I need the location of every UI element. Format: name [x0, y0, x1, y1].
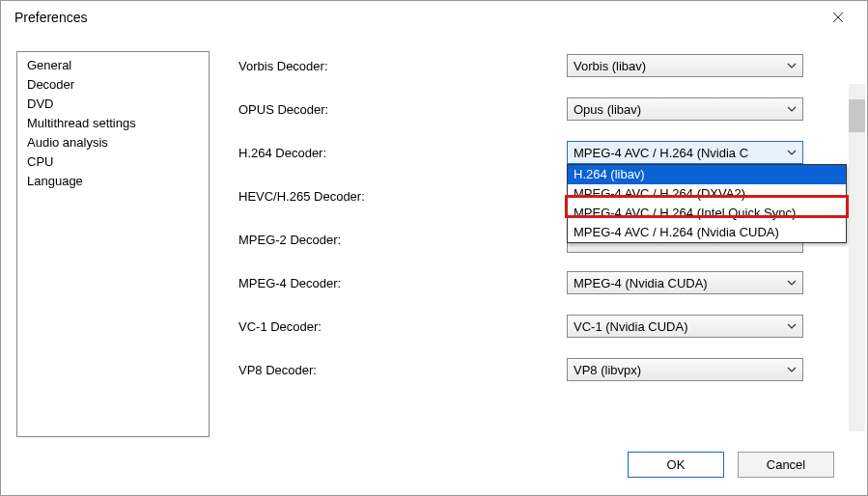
sidebar-item-dvd[interactable]: DVD [19, 95, 207, 114]
select-vorbis[interactable]: Vorbis (libav) [567, 54, 803, 77]
label-opus: OPUS Decoder: [238, 102, 567, 117]
close-button[interactable] [819, 4, 857, 31]
row-h264: H.264 Decoder: MPEG-4 AVC / H.264 (Nvidi… [238, 138, 852, 167]
settings-panel: Vorbis Decoder: Vorbis (libav) OPUS Deco… [210, 51, 852, 480]
chevron-down-icon [781, 63, 797, 69]
dialog-buttons: OK Cancel [628, 452, 834, 478]
sidebar-item-language[interactable]: Language [19, 172, 207, 191]
label-vc1: VC-1 Decoder: [238, 319, 567, 334]
preferences-window: Preferences General Decoder DVD Multithr… [0, 0, 868, 496]
h264-option-qsv[interactable]: MPEG-4 AVC / H.264 (Intel Quick Sync) [568, 204, 846, 223]
row-vp8: VP8 Decoder: VP8 (libvpx) [238, 355, 852, 384]
h264-option-libav[interactable]: H.264 (libav) [568, 165, 846, 184]
row-vc1: VC-1 Decoder: VC-1 (Nvidia CUDA) [238, 312, 852, 341]
ok-button-label: OK [667, 457, 686, 472]
h264-option-dxva2[interactable]: MPEG-4 AVC / H.264 (DXVA2) [568, 184, 846, 204]
select-vp8[interactable]: VP8 (libvpx) [567, 358, 803, 381]
label-hevc: HEVC/H.265 Decoder: [238, 189, 567, 204]
h264-option-cuda[interactable]: MPEG-4 AVC / H.264 (Nvidia CUDA) [568, 223, 846, 242]
label-mpeg4: MPEG-4 Decoder: [238, 276, 567, 290]
select-opus[interactable]: Opus (libav) [567, 97, 803, 121]
sidebar-item-audio-analysis[interactable]: Audio analysis [19, 133, 207, 152]
category-list[interactable]: General Decoder DVD Multithread settings… [16, 51, 210, 437]
ok-button[interactable]: OK [628, 452, 724, 478]
label-h264: H.264 Decoder: [238, 146, 567, 160]
select-vc1-value: VC-1 (Nvidia CUDA) [574, 319, 781, 334]
select-opus-value: Opus (libav) [574, 102, 781, 117]
content-area: General Decoder DVD Multithread settings… [1, 34, 867, 495]
select-h264[interactable]: MPEG-4 AVC / H.264 (Nvidia C H.264 (liba… [567, 141, 803, 164]
h264-dropdown: H.264 (libav) MPEG-4 AVC / H.264 (DXVA2)… [567, 164, 847, 243]
label-mpeg2: MPEG-2 Decoder: [238, 233, 567, 247]
scrollbar-thumb[interactable] [849, 99, 865, 132]
label-vorbis: Vorbis Decoder: [238, 59, 567, 73]
chevron-down-icon [781, 367, 797, 372]
sidebar-item-general[interactable]: General [19, 56, 207, 75]
close-icon [832, 12, 844, 23]
titlebar: Preferences [1, 1, 867, 34]
row-vorbis: Vorbis Decoder: Vorbis (libav) [238, 51, 852, 80]
window-title: Preferences [14, 10, 819, 25]
sidebar-item-multithread[interactable]: Multithread settings [19, 114, 207, 133]
select-mpeg4[interactable]: MPEG-4 (Nvidia CUDA) [567, 271, 803, 294]
cancel-button[interactable]: Cancel [738, 452, 834, 478]
cancel-button-label: Cancel [767, 457, 805, 472]
scrollbar-vertical[interactable] [849, 84, 865, 431]
chevron-down-icon [781, 323, 797, 329]
chevron-down-icon [781, 106, 797, 112]
row-opus: OPUS Decoder: Opus (libav) [238, 95, 852, 124]
label-vp8: VP8 Decoder: [238, 363, 567, 377]
select-vc1[interactable]: VC-1 (Nvidia CUDA) [567, 315, 803, 338]
sidebar-item-decoder[interactable]: Decoder [19, 75, 207, 95]
select-mpeg4-value: MPEG-4 (Nvidia CUDA) [574, 276, 781, 290]
select-h264-value: MPEG-4 AVC / H.264 (Nvidia C [574, 146, 781, 160]
chevron-down-icon [781, 280, 797, 286]
sidebar-item-cpu[interactable]: CPU [19, 152, 207, 172]
select-vp8-value: VP8 (libvpx) [574, 363, 781, 377]
row-mpeg4: MPEG-4 Decoder: MPEG-4 (Nvidia CUDA) [238, 268, 852, 297]
chevron-down-icon [781, 150, 797, 155]
select-vorbis-value: Vorbis (libav) [574, 59, 781, 73]
